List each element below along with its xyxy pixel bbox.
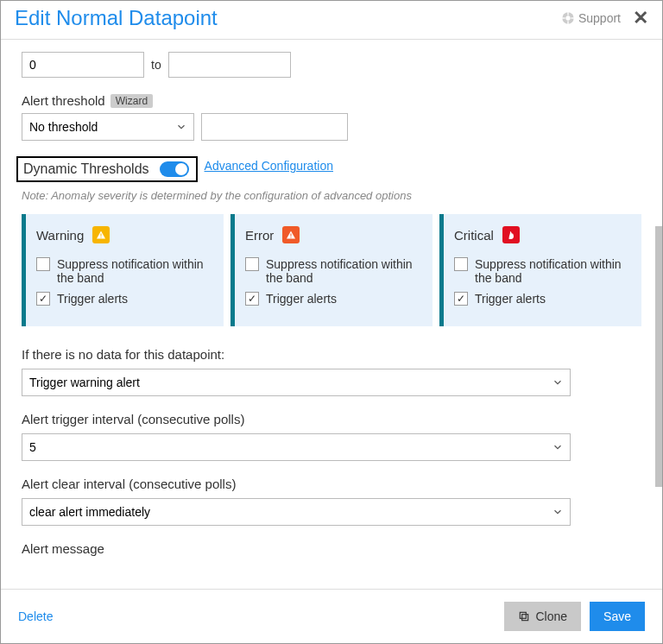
error-title: Error (245, 228, 274, 243)
no-data-select[interactable] (22, 369, 571, 396)
error-trigger-checkbox[interactable] (245, 292, 259, 306)
save-button[interactable]: Save (590, 602, 645, 631)
svg-rect-10 (521, 612, 527, 618)
severity-cards: Warning Suppress notification within the… (22, 214, 641, 326)
svg-rect-6 (101, 234, 102, 237)
svg-rect-9 (291, 237, 292, 238)
warning-trigger-checkbox[interactable] (36, 292, 50, 306)
svg-rect-11 (522, 615, 528, 621)
svg-point-1 (565, 16, 570, 20)
error-card: Error Suppress notification within the b… (230, 214, 433, 326)
clone-icon (518, 610, 530, 622)
critical-suppress-checkbox[interactable] (454, 257, 468, 271)
warning-title: Warning (36, 228, 84, 243)
support-link[interactable]: Support (561, 11, 621, 25)
clone-button[interactable]: Clone (504, 602, 581, 631)
alert-threshold-label: Alert threshold Wizard (22, 93, 641, 108)
advanced-config-link[interactable]: Advanced Configuration (205, 159, 333, 173)
critical-card: Critical Suppress notification within th… (439, 214, 641, 326)
alert-message-label: Alert message (22, 541, 641, 556)
support-label: Support (578, 11, 621, 25)
range-to-label: to (151, 58, 161, 72)
svg-rect-7 (101, 237, 102, 238)
critical-icon (502, 226, 520, 243)
valid-range-row: to (22, 52, 641, 78)
warning-icon (92, 226, 110, 243)
dynamic-note: Note: Anomaly severity is determined by … (22, 189, 641, 202)
range-to-input[interactable] (168, 52, 291, 78)
dynamic-thresholds-label: Dynamic Thresholds (23, 161, 149, 177)
range-from-input[interactable] (22, 52, 144, 78)
clear-interval-select[interactable] (22, 498, 571, 526)
svg-rect-4 (562, 17, 565, 18)
no-data-label: If there is no data for this datapoint: (22, 347, 641, 362)
warning-suppress-checkbox[interactable] (36, 257, 50, 271)
clear-interval-label: Alert clear interval (consecutive polls) (22, 477, 641, 491)
svg-rect-2 (567, 12, 568, 16)
alert-threshold-value[interactable] (201, 113, 348, 141)
critical-trigger-checkbox[interactable] (454, 292, 468, 306)
svg-rect-3 (567, 21, 568, 24)
warning-card: Warning Suppress notification within the… (22, 214, 224, 326)
modal-title: Edit Normal Datapoint (15, 6, 218, 30)
error-suppress-checkbox[interactable] (245, 257, 259, 271)
trigger-interval-select[interactable] (22, 433, 571, 461)
close-icon[interactable]: ✕ (629, 7, 652, 29)
delete-link[interactable]: Delete (18, 609, 53, 623)
modal-header: Edit Normal Datapoint Support ✕ (1, 1, 662, 40)
modal-footer: Delete Clone Save (1, 589, 662, 643)
critical-title: Critical (454, 228, 494, 243)
modal-body: to Alert threshold Wizard Dynamic Thresh… (1, 40, 662, 582)
alert-threshold-select[interactable] (22, 113, 194, 141)
error-icon (282, 226, 300, 243)
svg-rect-8 (291, 234, 292, 237)
support-icon (561, 11, 575, 25)
scrollbar-thumb[interactable] (655, 226, 662, 487)
trigger-interval-label: Alert trigger interval (consecutive poll… (22, 412, 641, 426)
dynamic-thresholds-toggle[interactable] (160, 161, 189, 177)
wizard-badge[interactable]: Wizard (110, 94, 153, 108)
dynamic-thresholds-highlight: Dynamic Thresholds (16, 156, 198, 182)
svg-rect-5 (571, 17, 574, 18)
